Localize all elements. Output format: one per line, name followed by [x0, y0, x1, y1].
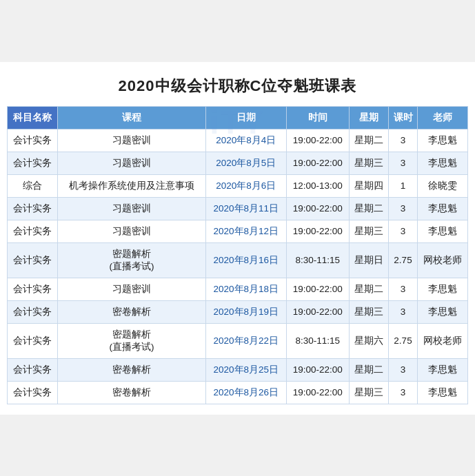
cell-weekday: 星期三: [349, 300, 388, 323]
table-row: 会计实务密卷解析2020年8月25日19:00-22:00星期二3李思魁: [8, 358, 468, 381]
cell-date: 2020年8月18日: [206, 278, 287, 300]
col-header-3: 时间: [286, 106, 349, 129]
cell-weekday: 星期二: [349, 358, 388, 381]
cell-hours: 3: [389, 300, 418, 323]
cell-teacher: 网校老师: [417, 323, 467, 358]
cell-time: 19:00-22:00: [286, 300, 349, 323]
cell-hours: 3: [389, 129, 418, 152]
cell-weekday: 星期四: [349, 174, 388, 197]
table-row: 会计实务习题密训2020年8月11日19:00-22:00星期二3李思魁: [8, 197, 468, 220]
cell-course: 习题密训: [58, 152, 206, 174]
cell-course: 习题密训: [58, 197, 206, 220]
cell-time: 19:00-22:00: [286, 129, 349, 152]
cell-hours: 3: [389, 197, 418, 220]
cell-course: 密题解析 (直播考试): [58, 323, 206, 358]
cell-course: 习题密训: [58, 220, 206, 242]
cell-subject: 会计实务: [8, 358, 58, 381]
cell-course: 密卷解析: [58, 381, 206, 404]
cell-course: 机考操作系统使用及注意事项: [58, 174, 206, 197]
cell-teacher: 李思魁: [417, 129, 467, 152]
table-row: 会计实务习题密训2020年8月4日19:00-22:00星期二3李思魁: [8, 129, 468, 152]
cell-time: 8:30-11:15: [286, 242, 349, 278]
cell-date: 2020年8月19日: [206, 300, 287, 323]
col-header-2: 日期: [206, 106, 287, 129]
table-header-row: 科目名称课程日期时间星期课时老师: [8, 106, 468, 129]
main-container: iTY 2020中级会计职称C位夺魁班课表 科目名称课程日期时间星期课时老师 会…: [0, 62, 475, 415]
table-row: 会计实务习题密训2020年8月18日19:00-22:00星期二3李思魁: [8, 278, 468, 300]
cell-teacher: 徐晓雯: [417, 174, 467, 197]
cell-date: 2020年8月11日: [206, 197, 287, 220]
cell-subject: 会计实务: [8, 381, 58, 404]
cell-teacher: 网校老师: [417, 242, 467, 278]
cell-hours: 1: [389, 174, 418, 197]
cell-time: 19:00-22:00: [286, 197, 349, 220]
table-row: 会计实务习题密训2020年8月12日19:00-22:00星期三3李思魁: [8, 220, 468, 242]
cell-teacher: 李思魁: [417, 197, 467, 220]
cell-hours: 3: [389, 381, 418, 404]
cell-teacher: 李思魁: [417, 358, 467, 381]
cell-weekday: 星期六: [349, 323, 388, 358]
cell-teacher: 李思魁: [417, 278, 467, 300]
cell-time: 8:30-11:15: [286, 323, 349, 358]
cell-weekday: 星期日: [349, 242, 388, 278]
cell-subject: 会计实务: [8, 197, 58, 220]
table-row: 会计实务密题解析 (直播考试)2020年8月22日8:30-11:15星期六2.…: [8, 323, 468, 358]
cell-course: 习题密训: [58, 278, 206, 300]
cell-course: 习题密训: [58, 129, 206, 152]
cell-teacher: 李思魁: [417, 220, 467, 242]
cell-date: 2020年8月6日: [206, 174, 287, 197]
col-header-6: 老师: [417, 106, 467, 129]
cell-date: 2020年8月16日: [206, 242, 287, 278]
table-row: 会计实务密卷解析2020年8月26日19:00-22:00星期三3李思魁: [8, 381, 468, 404]
page-title: 2020中级会计职称C位夺魁班课表: [7, 69, 468, 106]
cell-hours: 3: [389, 278, 418, 300]
cell-hours: 3: [389, 358, 418, 381]
cell-course: 密卷解析: [58, 358, 206, 381]
cell-date: 2020年8月12日: [206, 220, 287, 242]
cell-subject: 会计实务: [8, 278, 58, 300]
cell-hours: 3: [389, 220, 418, 242]
cell-subject: 会计实务: [8, 220, 58, 242]
cell-time: 19:00-22:00: [286, 152, 349, 174]
cell-hours: 3: [389, 152, 418, 174]
table-row: 会计实务密题解析 (直播考试)2020年8月16日8:30-11:15星期日2.…: [8, 242, 468, 278]
cell-time: 19:00-22:00: [286, 278, 349, 300]
cell-time: 19:00-22:00: [286, 358, 349, 381]
col-header-4: 星期: [349, 106, 388, 129]
cell-weekday: 星期二: [349, 197, 388, 220]
cell-teacher: 李思魁: [417, 381, 467, 404]
cell-course: 密卷解析: [58, 300, 206, 323]
cell-subject: 会计实务: [8, 129, 58, 152]
col-header-1: 课程: [58, 106, 206, 129]
cell-date: 2020年8月25日: [206, 358, 287, 381]
cell-time: 19:00-22:00: [286, 381, 349, 404]
cell-subject: 会计实务: [8, 323, 58, 358]
table-row: 综合机考操作系统使用及注意事项2020年8月6日12:00-13:00星期四1徐…: [8, 174, 468, 197]
cell-weekday: 星期二: [349, 129, 388, 152]
cell-weekday: 星期二: [349, 278, 388, 300]
cell-course: 密题解析 (直播考试): [58, 242, 206, 278]
cell-date: 2020年8月26日: [206, 381, 287, 404]
cell-date: 2020年8月5日: [206, 152, 287, 174]
cell-subject: 会计实务: [8, 152, 58, 174]
cell-teacher: 李思魁: [417, 300, 467, 323]
schedule-table: 科目名称课程日期时间星期课时老师 会计实务习题密训2020年8月4日19:00-…: [7, 106, 468, 404]
cell-teacher: 李思魁: [417, 152, 467, 174]
col-header-5: 课时: [389, 106, 418, 129]
cell-weekday: 星期三: [349, 220, 388, 242]
cell-subject: 综合: [8, 174, 58, 197]
cell-hours: 2.75: [389, 242, 418, 278]
cell-weekday: 星期三: [349, 381, 388, 404]
cell-subject: 会计实务: [8, 300, 58, 323]
table-row: 会计实务习题密训2020年8月5日19:00-22:00星期三3李思魁: [8, 152, 468, 174]
cell-date: 2020年8月4日: [206, 129, 287, 152]
cell-hours: 2.75: [389, 323, 418, 358]
table-row: 会计实务密卷解析2020年8月19日19:00-22:00星期三3李思魁: [8, 300, 468, 323]
cell-time: 12:00-13:00: [286, 174, 349, 197]
col-header-0: 科目名称: [8, 106, 58, 129]
cell-time: 19:00-22:00: [286, 220, 349, 242]
cell-weekday: 星期三: [349, 152, 388, 174]
cell-subject: 会计实务: [8, 242, 58, 278]
cell-date: 2020年8月22日: [206, 323, 287, 358]
